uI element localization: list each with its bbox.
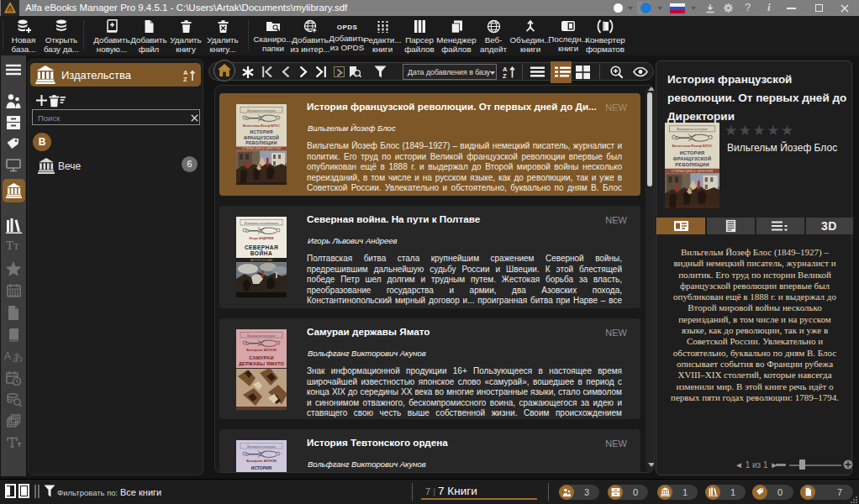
svg-text:T: T bbox=[13, 241, 19, 251]
svg-text:あ: あ bbox=[13, 351, 23, 362]
svg-text:T: T bbox=[6, 239, 13, 252]
svg-text:A: A bbox=[4, 350, 11, 362]
svg-text:Z: Z bbox=[183, 76, 187, 82]
svg-text:Z: Z bbox=[503, 72, 507, 79]
